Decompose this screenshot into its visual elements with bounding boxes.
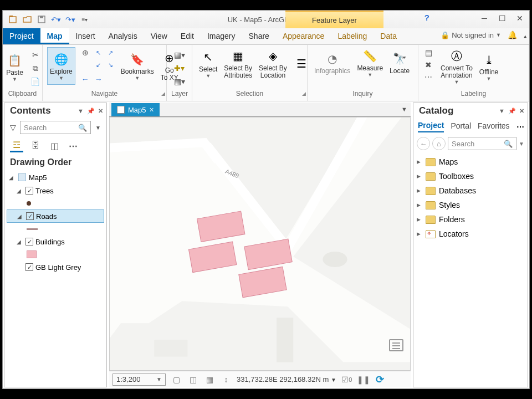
- attribution-icon[interactable]: [389, 339, 403, 351]
- pause-labels-icon[interactable]: ▤: [423, 47, 434, 58]
- dialog-launcher-icon[interactable]: ◢: [302, 91, 306, 96]
- catalog-folders[interactable]: ▶Folders: [417, 212, 524, 227]
- tab-map[interactable]: Map: [40, 28, 69, 44]
- drawing-order-icon[interactable]: ☲: [10, 139, 23, 152]
- dialog-launcher-icon[interactable]: ◢: [161, 91, 165, 96]
- copy-icon[interactable]: ⧉: [30, 63, 41, 74]
- close-icon[interactable]: ✕: [97, 108, 104, 115]
- view-menu-icon[interactable]: ▼: [401, 106, 407, 112]
- catalog-maps[interactable]: ▶Maps: [417, 155, 524, 169]
- catalog-databases[interactable]: ▶Databases: [417, 183, 524, 198]
- contents-search[interactable]: Search 🔍: [20, 121, 91, 134]
- collapse-icon[interactable]: ◢: [17, 239, 23, 245]
- select-by-attributes-button[interactable]: ▦ Select By Attributes: [222, 47, 254, 80]
- close-icon[interactable]: ✕: [518, 108, 525, 115]
- catalog-tab-project[interactable]: Project: [418, 121, 444, 132]
- checkbox[interactable]: ✓: [26, 212, 34, 220]
- explore-button[interactable]: 🌐 Explore ▼: [47, 47, 75, 85]
- layer-buildings[interactable]: ◢ ✓ Buildings: [7, 235, 104, 248]
- snap-icon[interactable]: ▢: [170, 374, 182, 386]
- offline-button[interactable]: ⤓ Offline ▼: [477, 47, 500, 86]
- locate-button[interactable]: 🔭 Locate: [387, 47, 412, 79]
- signin-status[interactable]: 🔒 Not signed in ▼ 🔔: [441, 30, 517, 39]
- cut-icon[interactable]: ✂: [30, 49, 41, 60]
- checkbox[interactable]: ✓: [25, 187, 33, 195]
- home-icon[interactable]: ⌂: [432, 137, 446, 150]
- tab-view[interactable]: View: [144, 28, 174, 44]
- copy-path-icon[interactable]: 📄: [30, 76, 41, 87]
- collapse-icon[interactable]: ◢: [17, 213, 24, 219]
- minimize-button[interactable]: ─: [476, 12, 493, 25]
- full-extent-icon[interactable]: ⊕: [80, 47, 91, 58]
- tab-imagery[interactable]: Imagery: [201, 28, 242, 44]
- tab-data[interactable]: Data: [374, 28, 403, 44]
- help-icon[interactable]: ?: [424, 13, 429, 22]
- correction-icon[interactable]: ↕: [220, 374, 232, 386]
- refresh-icon[interactable]: ⟳: [374, 374, 386, 386]
- catalog-toolboxes[interactable]: ▶Toolboxes: [417, 169, 524, 183]
- constraints-icon[interactable]: ◫: [187, 374, 199, 386]
- toc-map[interactable]: ◢ Map5: [7, 171, 104, 184]
- search-options-icon[interactable]: ▼: [519, 141, 524, 147]
- tab-share[interactable]: Share: [242, 28, 276, 44]
- filter-icon[interactable]: ▽: [8, 123, 18, 132]
- select-by-location-button[interactable]: ◈ Select By Location: [257, 47, 289, 80]
- undo-icon[interactable]: ↶▾: [50, 14, 62, 25]
- chevron-down-icon[interactable]: ▼: [498, 108, 506, 115]
- selected-features-icon[interactable]: ☑0: [341, 374, 353, 386]
- catalog-styles[interactable]: ▶Styles: [417, 198, 524, 212]
- tab-insert[interactable]: Insert: [69, 28, 102, 44]
- more-labels-icon[interactable]: ⋯: [423, 71, 434, 83]
- layer-trees[interactable]: ◢ ✓ Trees: [7, 184, 104, 197]
- collapse-icon[interactable]: ◢: [17, 188, 23, 194]
- tab-labeling[interactable]: Labeling: [331, 28, 374, 44]
- view-unplaced-icon[interactable]: ✖: [423, 59, 434, 70]
- more-modes-icon[interactable]: ⋯: [66, 139, 80, 152]
- search-options-icon[interactable]: ▼: [93, 125, 103, 131]
- symbol-trees[interactable]: [7, 197, 104, 209]
- selection-mode-icon[interactable]: ◫: [48, 139, 61, 152]
- tab-appearance[interactable]: Appearance: [276, 28, 331, 44]
- infographics-button[interactable]: ◔ Infographics: [312, 47, 352, 79]
- add-data-icon[interactable]: ▦▾: [174, 49, 185, 60]
- tab-project[interactable]: Project: [3, 28, 40, 44]
- view-tab-map5[interactable]: Map5 ×: [111, 103, 160, 116]
- tab-analysis[interactable]: Analysis: [102, 28, 144, 44]
- collapse-ribbon-icon[interactable]: ▴: [524, 33, 527, 40]
- catalog-tab-portal[interactable]: Portal: [451, 121, 471, 132]
- back-icon[interactable]: ←: [417, 137, 430, 150]
- chevron-down-icon[interactable]: ▼: [331, 377, 336, 383]
- symbol-roads[interactable]: [7, 223, 104, 235]
- next-extent-icon[interactable]: →: [93, 74, 104, 85]
- chevron-down-icon[interactable]: ▼: [76, 108, 85, 115]
- tab-edit[interactable]: Edit: [174, 28, 201, 44]
- map-canvas[interactable]: A489: [109, 117, 411, 371]
- pause-draw-icon[interactable]: ❚❚: [357, 374, 370, 386]
- layer-roads[interactable]: ◢ ✓ Roads: [7, 209, 104, 223]
- new-project-icon[interactable]: [7, 14, 18, 25]
- layer-basemap[interactable]: ◢ ✓ GB Light Grey: [7, 260, 104, 274]
- bell-icon[interactable]: 🔔: [508, 30, 517, 39]
- scale-input[interactable]: 1:3,200 ▼: [112, 374, 166, 386]
- symbol-buildings[interactable]: [7, 248, 104, 260]
- save-icon[interactable]: [36, 14, 47, 25]
- more-tabs-icon[interactable]: ⋯: [516, 122, 524, 131]
- prev-extent-icon[interactable]: ←: [80, 74, 91, 85]
- zoom-arrows[interactable]: ↖↗↙↘: [93, 47, 116, 70]
- grid-icon[interactable]: ▦: [203, 374, 216, 386]
- convert-annotation-button[interactable]: Ⓐ Convert To Annotation ▼: [438, 47, 475, 86]
- add-preset-icon[interactable]: ✚▾: [174, 63, 185, 74]
- pin-icon[interactable]: 📌: [507, 108, 517, 115]
- data-source-icon[interactable]: 🗄: [29, 139, 42, 152]
- close-button[interactable]: ✕: [511, 12, 528, 25]
- bookmarks-button[interactable]: 🔖 Bookmarks ▼: [119, 47, 156, 85]
- paste-button[interactable]: 📋 Paste ▼: [4, 47, 25, 87]
- catalog-tab-favorites[interactable]: Favorites: [478, 121, 510, 132]
- measure-button[interactable]: 📏 Measure ▼: [355, 47, 385, 79]
- coordinates[interactable]: 331,732.28E 292,168.32N m ▼: [237, 375, 336, 383]
- maximize-button[interactable]: ☐: [494, 12, 510, 25]
- catalog-search[interactable]: Search 🔍: [448, 137, 516, 150]
- checkbox[interactable]: ✓: [25, 238, 33, 245]
- pin-icon[interactable]: 📌: [86, 108, 96, 115]
- basemap-icon[interactable]: ▦▾: [174, 76, 185, 87]
